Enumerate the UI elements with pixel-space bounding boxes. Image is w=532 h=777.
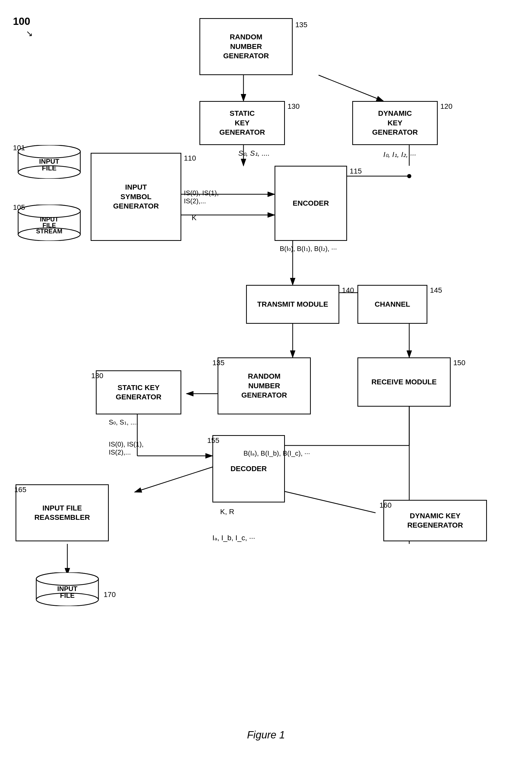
input-file-stream-cylinder: INPUT FILE STREAM <box>15 205 83 241</box>
svg-line-3 <box>319 75 383 101</box>
svg-point-31 <box>18 145 80 158</box>
encoder: ENCODER <box>275 166 347 241</box>
isg-ref: 110 <box>184 154 196 162</box>
bi-label: B(I₀), B(I₁), B(I₂), ··· <box>280 245 337 253</box>
dkr-ref: 160 <box>380 501 392 510</box>
ifr-label: INPUT FILEREASSEMBLER <box>34 504 90 523</box>
main-ref: 100 <box>13 15 30 27</box>
encoder-ref: 115 <box>350 167 362 175</box>
dynamic-key-generator: DYNAMICKEYGENERATOR <box>352 101 438 145</box>
dkr-label: DYNAMIC KEYREGENERATOR <box>407 511 463 530</box>
random-number-generator-bot: RANDOMNUMBERGENERATOR <box>218 357 311 414</box>
rng-bot-ref: 135 <box>212 359 225 367</box>
transmit-module: TRANSMIT MODULE <box>246 285 339 324</box>
input-file-stream-ref: 105 <box>13 203 25 212</box>
figure-label: Figure 1 <box>0 729 532 741</box>
diagram: 100 ↘ <box>0 0 532 751</box>
input-file-bot-ref: 170 <box>104 590 116 599</box>
channel-label: CHANNEL <box>375 300 410 309</box>
tm-label: TRANSMIT MODULE <box>257 300 328 309</box>
random-number-generator-top: RANDOMNUMBERGENERATOR <box>199 18 293 75</box>
svg-line-20 <box>135 466 215 492</box>
input-file-top-cylinder: INPUT FILE <box>15 145 83 179</box>
input-symbol-generator: INPUTSYMBOLGENERATOR <box>91 153 181 241</box>
kr-label: K, R <box>220 508 234 516</box>
k-top-label: K <box>192 214 197 222</box>
bibc-label: B(Iₐ), B(I_b), B(I_c), ··· <box>243 449 310 457</box>
decoder-label: DECODER <box>230 464 267 473</box>
skg-bot-label: STATIC KEYGENERATOR <box>116 383 162 402</box>
static-key-generator-bot: STATIC KEYGENERATOR <box>96 370 181 414</box>
rm-label: RECEIVE MODULE <box>371 377 437 387</box>
rng-top-label: RANDOMNUMBERGENERATOR <box>223 32 269 61</box>
channel: CHANNEL <box>357 285 427 324</box>
static-key-generator-top: STATICKEYGENERATOR <box>199 101 285 145</box>
is012-top-label: IS(0), IS(1),IS(2),... <box>184 189 219 205</box>
isg-label: INPUTSYMBOLGENERATOR <box>113 183 159 211</box>
main-arrow: ↘ <box>26 28 33 38</box>
rng-top-ref: 135 <box>295 21 307 29</box>
i0i1i2-label: I₀, I₁, I₂, ··· <box>383 150 416 159</box>
svg-point-44 <box>36 572 98 585</box>
dynamic-key-regenerator: DYNAMIC KEYREGENERATOR <box>383 500 487 541</box>
channel-ref: 145 <box>430 286 442 295</box>
encoder-label: ENCODER <box>293 199 329 208</box>
svg-text:FILE: FILE <box>42 164 57 172</box>
dkg-label: DYNAMICKEYGENERATOR <box>372 109 418 137</box>
rng-bot-label: RANDOMNUMBERGENERATOR <box>241 372 287 400</box>
input-file-bot-cylinder: INPUT FILE <box>34 572 101 606</box>
input-file-top-ref: 101 <box>13 144 25 152</box>
decoder-ref: 155 <box>207 436 219 445</box>
svg-text:FILE: FILE <box>60 591 75 599</box>
skg-top-ref: 130 <box>288 102 300 111</box>
skg-top-label: STATICKEYGENERATOR <box>219 109 265 137</box>
rm-ref: 150 <box>453 359 465 367</box>
skg-bot-ref: 130 <box>91 372 103 380</box>
dkg-ref: 120 <box>440 102 452 111</box>
decoder: DECODER <box>212 435 285 503</box>
is012-bot-label: IS(0), IS(1),IS(2),... <box>109 440 143 456</box>
s0s1-top-label: S₀, S₁, .... <box>238 149 270 157</box>
input-file-reassembler: INPUT FILEREASSEMBLER <box>15 484 109 541</box>
s0s1-bot-label: S₀, S₁, .... <box>109 418 138 426</box>
tm-ref: 140 <box>342 286 354 295</box>
ifr-ref: 165 <box>14 485 26 494</box>
iabc-label: Iₐ, I_b, I_c, ··· <box>212 534 255 542</box>
receive-module: RECEIVE MODULE <box>357 357 451 407</box>
svg-text:STREAM: STREAM <box>36 228 62 235</box>
svg-point-7 <box>407 174 411 178</box>
